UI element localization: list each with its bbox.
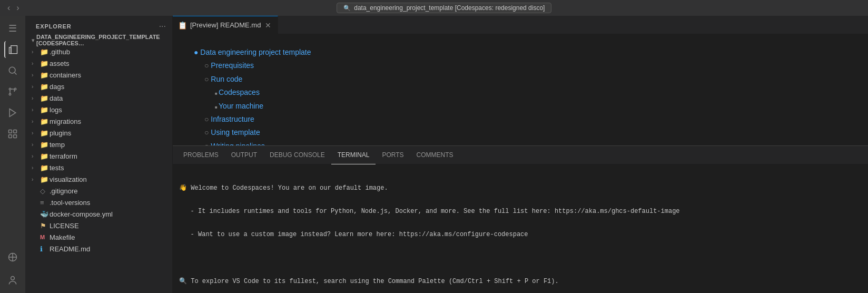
tree-item-temp[interactable]: › 📁 temp (25, 139, 172, 150)
preview-link[interactable]: Prerequisites (211, 61, 254, 70)
preview-link[interactable]: Your machine (219, 102, 263, 110)
run-debug-icon[interactable] (4, 104, 21, 121)
tree-item-makefile[interactable]: M Makefile (25, 231, 172, 243)
tree-item-label: logs (50, 106, 62, 114)
tree-item-plugins[interactable]: › 📁 plugins (25, 127, 172, 139)
tree-item-label: migrations (50, 118, 81, 125)
accounts-icon[interactable] (4, 272, 21, 289)
tree-root-item[interactable]: ▾ DATA_ENGINEERING_PROJECT_TEMPLATE [COD… (25, 34, 172, 46)
tree-item-docker-compose[interactable]: 🐳 docker-compose.yml (25, 208, 172, 220)
back-button[interactable]: ‹ (5, 3, 12, 13)
preview-pane[interactable]: ● Data engineering project template Prer… (173, 34, 868, 145)
source-control-icon[interactable] (4, 83, 21, 100)
preview-link[interactable]: Using template (211, 128, 260, 136)
tree-item-migrations[interactable]: › 📁 migrations (25, 115, 172, 127)
terminal-tab-comments[interactable]: COMMENTS (410, 146, 460, 164)
preview-link[interactable]: Run code (211, 75, 242, 83)
tree-item-logs[interactable]: › 📁 logs (25, 104, 172, 115)
remote-icon[interactable] (4, 249, 21, 266)
tab-icon: 📋 (178, 21, 187, 30)
tree-item-label: visualization (50, 175, 87, 183)
tree-item-gitignore[interactable]: ◇ .gitignore (25, 185, 172, 197)
sidebar-actions-button[interactable]: ··· (159, 22, 166, 31)
editor-area: 📋 [Preview] README.md ✕ ● Data engineeri… (173, 16, 868, 293)
tree-item-data[interactable]: › 📁 data (25, 92, 172, 104)
tree-item-containers[interactable]: › 📁 containers (25, 69, 172, 81)
tree-item-tool-versions[interactable]: ≡ .tool-versions (25, 197, 172, 208)
tree-item-label: Makefile (50, 233, 75, 241)
explorer-icon[interactable] (4, 41, 21, 58)
terminal-info-line-2: - Want to use a custom image instead? Le… (179, 231, 862, 238)
tree-item-label: containers (50, 71, 81, 79)
terminal-tab-bar: PROBLEMS OUTPUT DEBUG CONSOLE TERMINAL P… (173, 146, 868, 164)
tree-item-label: temp (50, 141, 65, 149)
tree-item-visualization[interactable]: › 📁 visualization (25, 173, 172, 185)
editor-content: ● Data engineering project template Prer… (173, 34, 868, 293)
main-layout: ☰ (0, 16, 868, 293)
terminal-welcome-line: 👋 Welcome to Codespaces! You are on our … (179, 184, 862, 192)
tree-item-label: .gitignore (50, 187, 77, 195)
tree-item-terraform[interactable]: › 📁 terraform (25, 150, 172, 162)
svg-rect-8 (14, 130, 17, 133)
svg-marker-6 (9, 109, 16, 117)
svg-rect-10 (14, 135, 17, 138)
list-item: Writing pipelines (194, 140, 847, 145)
search-icon[interactable] (4, 62, 21, 79)
root-label: DATA_ENGINEERING_PROJECT_TEMPLATE [CODES… (36, 34, 172, 46)
list-item: Using template (194, 126, 847, 138)
activity-bar: ☰ (0, 16, 25, 293)
title-bar: ‹ › 🔍 data_engineering_project_template … (0, 0, 868, 16)
preview-list: ● Data engineering project template Prer… (194, 46, 847, 145)
terminal-tab-output[interactable]: OUTPUT (225, 146, 263, 164)
tree-item-label: .tool-versions (50, 199, 90, 207)
list-item: Infrastructure (194, 113, 847, 125)
terminal-tab-debug-console[interactable]: DEBUG CONSOLE (263, 146, 331, 164)
forward-button[interactable]: › (14, 3, 21, 13)
terminal-tab-problems[interactable]: PROBLEMS (177, 146, 225, 164)
file-tree: ▾ DATA_ENGINEERING_PROJECT_TEMPLATE [COD… (25, 34, 172, 255)
preview-link[interactable]: Writing pipelines (211, 142, 264, 145)
tree-item-label: dags (50, 83, 64, 91)
terminal-tab-terminal[interactable]: TERMINAL (331, 146, 376, 164)
breadcrumb-box[interactable]: 🔍 data_engineering_project_template [Cod… (337, 3, 551, 13)
tree-item-assets[interactable]: › 📁 assets (25, 57, 172, 69)
tree-item-license[interactable]: ⚑ LICENSE (25, 220, 172, 231)
preview-link[interactable]: Infrastructure (211, 115, 254, 123)
terminal-tab-ports[interactable]: PORTS (376, 146, 410, 164)
terminal-content[interactable]: 👋 Welcome to Codespaces! You are on our … (173, 164, 868, 293)
tree-item-readme[interactable]: ℹ README.md (25, 243, 172, 255)
tree-item-label: LICENSE (50, 222, 79, 230)
svg-point-12 (11, 277, 15, 280)
tab-preview-readme[interactable]: 📋 [Preview] README.md ✕ (173, 16, 278, 34)
tab-bar: 📋 [Preview] README.md ✕ (173, 16, 868, 34)
list-item: ● Data engineering project template (194, 46, 847, 58)
preview-link[interactable]: Codespaces (219, 88, 260, 96)
sidebar: EXPLORER ··· ▾ DATA_ENGINEERING_PROJECT_… (25, 16, 173, 293)
tree-item-label: assets (50, 60, 70, 67)
terminal-info-line-1: - It includes runtimes and tools for Pyt… (179, 208, 862, 215)
tree-item-label: tests (50, 164, 64, 172)
sidebar-content[interactable]: ▾ DATA_ENGINEERING_PROJECT_TEMPLATE [COD… (25, 34, 172, 293)
preview-link[interactable]: Data engineering project template (200, 48, 311, 56)
terminal-explore-line: 🔍 To explore VS Code to its fullest, sea… (179, 277, 862, 285)
title-breadcrumb: 🔍 data_engineering_project_template [Cod… (26, 3, 863, 13)
tree-item-label: docker-compose.yml (50, 210, 113, 218)
tree-item-label: plugins (50, 129, 71, 137)
svg-point-2 (9, 88, 11, 90)
tree-item-label: terraform (50, 152, 77, 160)
extensions-icon[interactable] (4, 125, 21, 142)
list-item: Prerequisites (194, 60, 847, 71)
tree-item-tests[interactable]: › 📁 tests (25, 162, 172, 173)
tree-item-label: .github (50, 48, 70, 56)
breadcrumb-text: data_engineering_project_template [Codes… (354, 4, 545, 12)
menu-icon[interactable]: ☰ (4, 20, 21, 37)
tree-item-label: data (50, 94, 63, 102)
terminal-empty-line (179, 254, 862, 261)
tab-close-button[interactable]: ✕ (264, 20, 272, 31)
tree-item-github[interactable]: › 📁 .github (25, 46, 172, 57)
tree-item-dags[interactable]: › 📁 dags (25, 81, 172, 92)
tree-item-label: README.md (50, 245, 90, 253)
list-item: Your machine (194, 100, 847, 112)
list-item: Run code (194, 73, 847, 85)
svg-point-0 (9, 67, 15, 73)
